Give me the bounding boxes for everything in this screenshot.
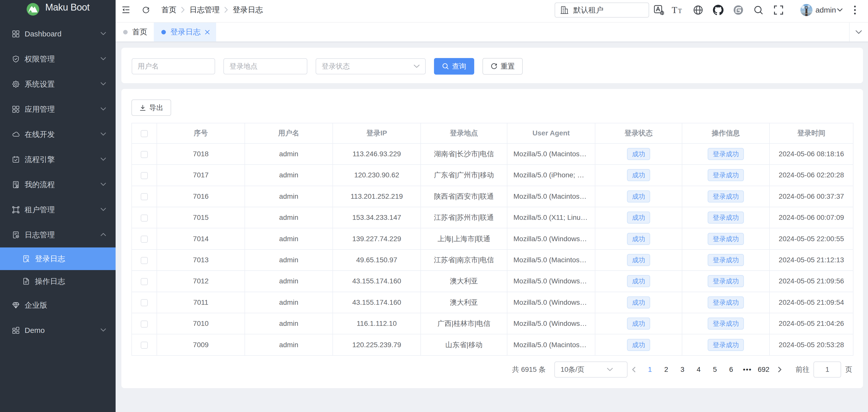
svg-text:T: T	[678, 7, 682, 14]
svg-text:T: T	[672, 5, 677, 14]
